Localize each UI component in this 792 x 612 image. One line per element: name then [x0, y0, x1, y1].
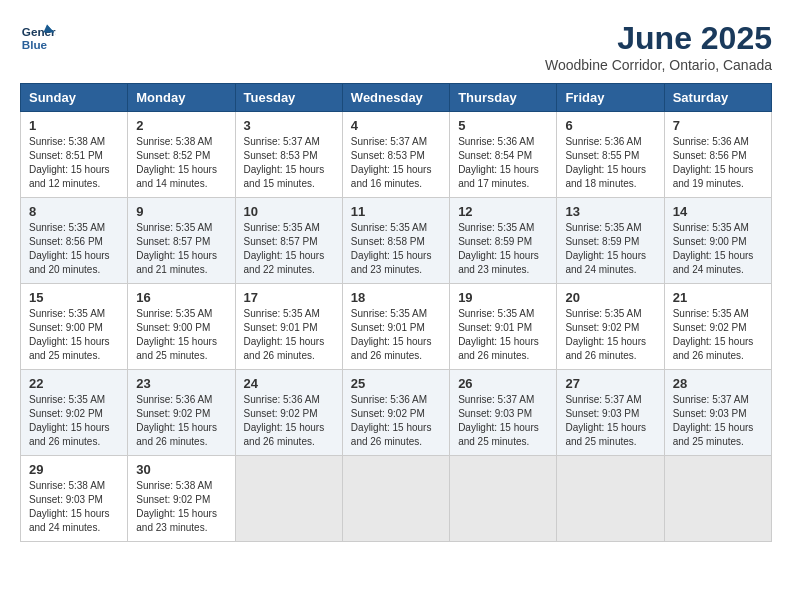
day-cell-30: 30Sunrise: 5:38 AMSunset: 9:02 PMDayligh…	[128, 456, 235, 542]
day-cell-24: 24Sunrise: 5:36 AMSunset: 9:02 PMDayligh…	[235, 370, 342, 456]
day-cell-12: 12Sunrise: 5:35 AMSunset: 8:59 PMDayligh…	[450, 198, 557, 284]
logo: General Blue General Blue	[20, 20, 56, 56]
header-friday: Friday	[557, 84, 664, 112]
day-cell-17: 17Sunrise: 5:35 AMSunset: 9:01 PMDayligh…	[235, 284, 342, 370]
logo-icon: General Blue	[20, 20, 56, 56]
day-cell-27: 27Sunrise: 5:37 AMSunset: 9:03 PMDayligh…	[557, 370, 664, 456]
day-cell-1: 1Sunrise: 5:38 AMSunset: 8:51 PMDaylight…	[21, 112, 128, 198]
header-saturday: Saturday	[664, 84, 771, 112]
day-cell-18: 18Sunrise: 5:35 AMSunset: 9:01 PMDayligh…	[342, 284, 449, 370]
location-subtitle: Woodbine Corridor, Ontario, Canada	[545, 57, 772, 73]
day-cell-21: 21Sunrise: 5:35 AMSunset: 9:02 PMDayligh…	[664, 284, 771, 370]
day-cell-4: 4Sunrise: 5:37 AMSunset: 8:53 PMDaylight…	[342, 112, 449, 198]
header: General Blue General Blue June 2025 Wood…	[20, 20, 772, 73]
empty-cell	[450, 456, 557, 542]
calendar: Sunday Monday Tuesday Wednesday Thursday…	[20, 83, 772, 542]
header-monday: Monday	[128, 84, 235, 112]
empty-cell	[557, 456, 664, 542]
day-cell-13: 13Sunrise: 5:35 AMSunset: 8:59 PMDayligh…	[557, 198, 664, 284]
day-cell-29: 29Sunrise: 5:38 AMSunset: 9:03 PMDayligh…	[21, 456, 128, 542]
day-cell-2: 2Sunrise: 5:38 AMSunset: 8:52 PMDaylight…	[128, 112, 235, 198]
day-cell-23: 23Sunrise: 5:36 AMSunset: 9:02 PMDayligh…	[128, 370, 235, 456]
calendar-row-4: 22Sunrise: 5:35 AMSunset: 9:02 PMDayligh…	[21, 370, 772, 456]
empty-cell	[664, 456, 771, 542]
day-cell-7: 7Sunrise: 5:36 AMSunset: 8:56 PMDaylight…	[664, 112, 771, 198]
day-cell-22: 22Sunrise: 5:35 AMSunset: 9:02 PMDayligh…	[21, 370, 128, 456]
day-cell-26: 26Sunrise: 5:37 AMSunset: 9:03 PMDayligh…	[450, 370, 557, 456]
day-cell-16: 16Sunrise: 5:35 AMSunset: 9:00 PMDayligh…	[128, 284, 235, 370]
title-area: June 2025 Woodbine Corridor, Ontario, Ca…	[545, 20, 772, 73]
empty-cell	[235, 456, 342, 542]
day-cell-10: 10Sunrise: 5:35 AMSunset: 8:57 PMDayligh…	[235, 198, 342, 284]
month-title: June 2025	[545, 20, 772, 57]
calendar-row-3: 15Sunrise: 5:35 AMSunset: 9:00 PMDayligh…	[21, 284, 772, 370]
day-cell-11: 11Sunrise: 5:35 AMSunset: 8:58 PMDayligh…	[342, 198, 449, 284]
day-cell-19: 19Sunrise: 5:35 AMSunset: 9:01 PMDayligh…	[450, 284, 557, 370]
calendar-row-2: 8Sunrise: 5:35 AMSunset: 8:56 PMDaylight…	[21, 198, 772, 284]
empty-cell	[342, 456, 449, 542]
day-cell-8: 8Sunrise: 5:35 AMSunset: 8:56 PMDaylight…	[21, 198, 128, 284]
weekday-header-row: Sunday Monday Tuesday Wednesday Thursday…	[21, 84, 772, 112]
day-cell-20: 20Sunrise: 5:35 AMSunset: 9:02 PMDayligh…	[557, 284, 664, 370]
calendar-row-5: 29Sunrise: 5:38 AMSunset: 9:03 PMDayligh…	[21, 456, 772, 542]
day-cell-14: 14Sunrise: 5:35 AMSunset: 9:00 PMDayligh…	[664, 198, 771, 284]
header-tuesday: Tuesday	[235, 84, 342, 112]
day-cell-15: 15Sunrise: 5:35 AMSunset: 9:00 PMDayligh…	[21, 284, 128, 370]
day-cell-28: 28Sunrise: 5:37 AMSunset: 9:03 PMDayligh…	[664, 370, 771, 456]
calendar-row-1: 1Sunrise: 5:38 AMSunset: 8:51 PMDaylight…	[21, 112, 772, 198]
header-wednesday: Wednesday	[342, 84, 449, 112]
day-cell-3: 3Sunrise: 5:37 AMSunset: 8:53 PMDaylight…	[235, 112, 342, 198]
day-cell-9: 9Sunrise: 5:35 AMSunset: 8:57 PMDaylight…	[128, 198, 235, 284]
svg-text:Blue: Blue	[22, 38, 48, 51]
day-cell-6: 6Sunrise: 5:36 AMSunset: 8:55 PMDaylight…	[557, 112, 664, 198]
day-cell-25: 25Sunrise: 5:36 AMSunset: 9:02 PMDayligh…	[342, 370, 449, 456]
header-sunday: Sunday	[21, 84, 128, 112]
day-cell-5: 5Sunrise: 5:36 AMSunset: 8:54 PMDaylight…	[450, 112, 557, 198]
header-thursday: Thursday	[450, 84, 557, 112]
